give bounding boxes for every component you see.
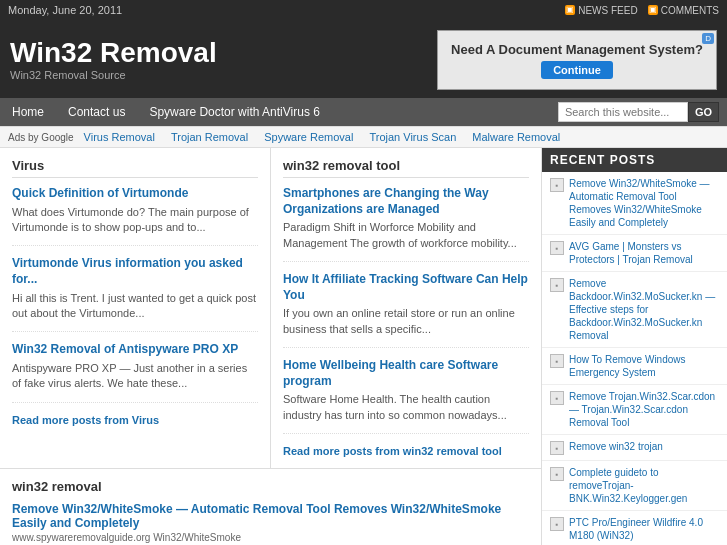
main: Virus Quick Definition of Virtumonde Wha… [0,148,727,545]
subnav-spyware-removal[interactable]: Spyware Removal [264,131,353,143]
post-excerpt: Hi all this is Trent. I just wanted to g… [12,291,258,322]
sidebar: RECENT POSTS ▪ Remove Win32/WhiteSmoke —… [542,148,727,545]
sidebar-post-link[interactable]: AVG Game | Monsters vs Protectors | Troj… [569,240,719,266]
virus-section-title: Virus [12,158,258,178]
top-bar: Monday, June 20, 2011 ▣ NEWS FEED ▣ COMM… [0,0,727,20]
post-icon: ▪ [550,354,564,368]
win32-tool-readmore[interactable]: Read more posts from win32 removal tool [283,445,502,457]
search-button[interactable]: GO [688,102,719,122]
header: Win32 Removal Win32 Removal Source D Nee… [0,20,727,98]
sidebar-post-link[interactable]: Remove Trojan.Win32.Scar.cdon — Trojan.W… [569,390,719,429]
site-title: Win32 Removal [10,39,217,67]
comments-label: COMMENTS [661,5,719,16]
ads-label: Ads by Google [8,132,74,143]
win32-tool-column: win32 removal tool Smartphones are Chang… [271,148,542,468]
list-item: ▪ How To Remove Windows Emergency System [542,348,727,385]
list-item: ▪ Remove Win32/WhiteSmoke — Automatic Re… [542,172,727,235]
feeds-area: ▣ NEWS FEED ▣ COMMENTS [565,5,719,16]
two-col: Virus Quick Definition of Virtumonde Wha… [0,148,542,469]
list-item: ▪ Remove Trojan.Win32.Scar.cdon — Trojan… [542,385,727,435]
post-excerpt: What does Virtumonde do? The main purpos… [12,205,258,236]
post-icon: ▪ [550,241,564,255]
post-icon: ▪ [550,441,564,455]
rss-icon-news: ▣ [565,5,575,15]
post-icon: ▪ [550,517,564,531]
sidebar-post-link[interactable]: PTC Pro/Engineer Wildfire 4.0 M180 (WiN3… [569,516,719,542]
rss-icon-comments: ▣ [648,5,658,15]
post-title-home-wellbeing[interactable]: Home Wellbeing Health care Software prog… [283,358,498,388]
main-post-title[interactable]: Remove Win32/WhiteSmoke — Automatic Remo… [12,502,501,530]
ad-flag: D [702,33,714,44]
subnav-trojan-virus-scan[interactable]: Trojan Virus Scan [369,131,456,143]
list-item: Smartphones are Changing the Way Organiz… [283,186,529,262]
virus-readmore[interactable]: Read more posts from Virus [12,414,159,426]
post-icon: ▪ [550,178,564,192]
ad-title: Need A Document Management System? [451,42,703,57]
list-item: Win32 Removal of Antispyware PRO XP Anti… [12,342,258,402]
ad-button[interactable]: Continue [541,61,613,79]
post-title-win32-antispyware[interactable]: Win32 Removal of Antispyware PRO XP [12,342,238,356]
sidebar-post-link[interactable]: Remove Backdoor.Win32.MoSucker.kn — Effe… [569,277,719,342]
list-item: ▪ Remove Backdoor.Win32.MoSucker.kn — Ef… [542,272,727,348]
win32-removal-title: win32 removal [12,479,529,494]
win32-removal-section: win32 removal Remove Win32/WhiteSmoke — … [0,469,542,545]
subnav-trojan-removal[interactable]: Trojan Removal [171,131,248,143]
recent-posts-section: RECENT POSTS ▪ Remove Win32/WhiteSmoke —… [542,148,727,545]
post-title-virtumonde[interactable]: Quick Definition of Virtumonde [12,186,188,200]
list-item: ▪ PTC Pro/Engineer Wildfire 4.0 M180 (Wi… [542,511,727,545]
recent-posts-header: RECENT POSTS [542,148,727,172]
post-title-smartphones[interactable]: Smartphones are Changing the Way Organiz… [283,186,489,216]
search-area: GO [550,98,727,126]
main-post-url: www.spywareremovalguide.org Win32/WhiteS… [12,532,529,543]
newsfeed-link[interactable]: ▣ NEWS FEED [565,5,637,16]
list-item: ▪ Complete guideto to removeTrojan-BNK.W… [542,461,727,511]
sidebar-post-link[interactable]: Remove win32 trojan [569,440,663,453]
win32-tool-title: win32 removal tool [283,158,529,178]
site-branding: Win32 Removal Win32 Removal Source [10,39,217,81]
sidebar-post-link[interactable]: Complete guideto to removeTrojan-BNK.Win… [569,466,719,505]
banner-ad[interactable]: D Need A Document Management System? Con… [437,30,717,90]
newsfeed-label: NEWS FEED [578,5,637,16]
sidebar-post-link[interactable]: Remove Win32/WhiteSmoke — Automatic Remo… [569,177,719,229]
list-item: ▪ AVG Game | Monsters vs Protectors | Tr… [542,235,727,272]
nav-home[interactable]: Home [0,98,56,126]
subnav-malware-removal[interactable]: Malware Removal [472,131,560,143]
nav-contact[interactable]: Contact us [56,98,137,126]
list-item: Home Wellbeing Health care Software prog… [283,358,529,434]
post-excerpt: Antispyware PRO XP — Just another in a s… [12,361,258,392]
content-area: Virus Quick Definition of Virtumonde Wha… [0,148,542,545]
sidebar-post-link[interactable]: How To Remove Windows Emergency System [569,353,719,379]
virus-column: Virus Quick Definition of Virtumonde Wha… [0,148,271,468]
sub-nav: Ads by Google Virus Removal Trojan Remov… [0,126,727,148]
list-item: ▪ Remove win32 trojan [542,435,727,461]
list-item: Quick Definition of Virtumonde What does… [12,186,258,246]
post-excerpt: Software Home Health. The health caution… [283,392,529,423]
post-title-virtumonde-info[interactable]: Virtumonde Virus information you asked f… [12,256,243,286]
subnav-virus-removal[interactable]: Virus Removal [84,131,155,143]
post-icon: ▪ [550,467,564,481]
list-item: Virtumonde Virus information you asked f… [12,256,258,332]
post-excerpt: If you own an online retail store or run… [283,306,529,337]
comments-link[interactable]: ▣ COMMENTS [648,5,719,16]
nav-spyware[interactable]: Spyware Doctor with AntiVirus 6 [137,98,332,126]
search-input[interactable] [558,102,688,122]
nav-items: Home Contact us Spyware Doctor with Anti… [0,98,550,126]
post-icon: ▪ [550,391,564,405]
nav: Home Contact us Spyware Doctor with Anti… [0,98,727,126]
date-label: Monday, June 20, 2011 [8,4,122,16]
list-item: How It Affiliate Tracking Software Can H… [283,272,529,348]
post-excerpt: Paradigm Shift in Worforce Mobility and … [283,220,529,251]
post-title-affiliate[interactable]: How It Affiliate Tracking Software Can H… [283,272,528,302]
site-subtitle: Win32 Removal Source [10,69,217,81]
post-icon: ▪ [550,278,564,292]
